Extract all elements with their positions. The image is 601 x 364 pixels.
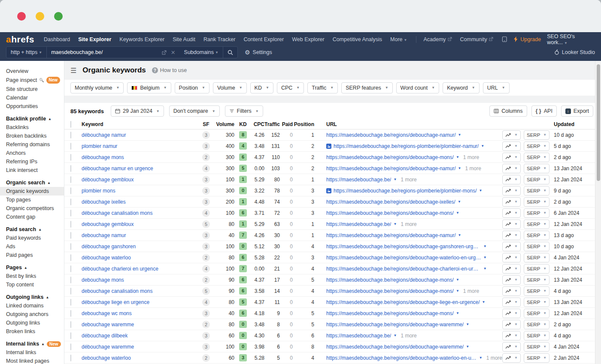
row-checkbox[interactable] (70, 321, 71, 328)
url-link[interactable]: https://maesdebouchage.be/regions/debouc… (326, 299, 480, 305)
url-link[interactable]: https://maesdebouchage.be/regions/debouc… (326, 310, 454, 316)
column-header-paid[interactable]: Paid (280, 121, 293, 127)
url-link[interactable]: https://maesdebouchage.be/regions/debouc… (326, 199, 455, 205)
filter-serp-features[interactable]: SERP features▼ (341, 82, 392, 93)
url-link[interactable]: https://maesdebouchage.be/regions/debouc… (326, 277, 454, 283)
vertical-scrollbar[interactable] (595, 61, 601, 364)
chevron-down-icon[interactable]: ▼ (481, 144, 484, 148)
sidebar-item-opportunities[interactable]: Opportunities (0, 102, 64, 111)
scope-dropdown[interactable]: Subdomains▼ (180, 47, 223, 58)
sidebar-item-site-structure[interactable]: Site structure (0, 85, 64, 93)
api-button[interactable]: { } API (531, 105, 557, 117)
url-link[interactable]: https://maesdebouchage.be/ (326, 221, 391, 227)
url-link[interactable]: https://maesdebouchage.be/regions/debouc… (326, 288, 454, 294)
looker-studio-button[interactable]: Looker Studio (554, 49, 595, 55)
serp-button[interactable]: SERP▼ (524, 153, 549, 162)
open-url-icon[interactable] (162, 50, 167, 55)
filter-kd[interactable]: KD▼ (250, 82, 273, 93)
column-header-updated[interactable]: Updated (554, 121, 593, 127)
position-history-button[interactable]: ▼ (502, 208, 521, 218)
sidebar-section-paid-search[interactable]: Paid search▲ (0, 221, 64, 234)
more-urls-link[interactable]: 1 more (401, 177, 416, 183)
url-link[interactable]: https://maesdebouchage.be/ (326, 333, 391, 339)
sidebar-section-backlink-profile[interactable]: Backlink profile▲ (0, 111, 64, 123)
url-link[interactable]: https://maesdebouchage.be/regions/debouc… (326, 132, 456, 138)
chevron-down-icon[interactable]: ▼ (393, 334, 397, 337)
sidebar-item-referring-domains[interactable]: Referring domains (0, 140, 64, 149)
row-checkbox[interactable] (70, 165, 71, 172)
filter-url[interactable]: URL▼ (483, 82, 510, 93)
chevron-down-icon[interactable]: ▼ (456, 278, 459, 282)
more-urls-link[interactable]: 1 more (401, 333, 416, 339)
url-link[interactable]: https://maesdebouchage.be/regions/debouc… (326, 344, 464, 350)
row-checkbox[interactable] (70, 232, 71, 239)
keyword-link[interactable]: débouchage gembloux (82, 177, 197, 183)
protocol-dropdown[interactable]: http + https▼ (6, 47, 46, 58)
how-to-use-link[interactable]: ? How to use (152, 67, 187, 73)
position-history-button[interactable]: ▼ (502, 164, 521, 173)
row-checkbox[interactable] (70, 355, 71, 361)
keyword-link[interactable]: debouchage canalisation mons (82, 288, 197, 294)
row-checkbox[interactable] (70, 199, 71, 205)
sidebar-item-most-linked-pages[interactable]: Most linked pages (0, 357, 64, 364)
nav-item-web-explorer[interactable]: Web Explorer (292, 36, 325, 42)
position-history-button[interactable]: ▼ (502, 309, 521, 318)
sidebar-item-content-gap[interactable]: Content gap (0, 213, 64, 221)
keyword-link[interactable]: débouchage ixelles (82, 199, 197, 205)
keyword-link[interactable]: débouchage dilbeek (82, 333, 197, 339)
row-checkbox[interactable] (70, 332, 71, 339)
row-checkbox[interactable] (70, 210, 71, 217)
chevron-down-icon[interactable]: ▼ (479, 189, 483, 193)
url-link[interactable]: https://maesdebouchage.be/regions-plombe… (334, 143, 479, 149)
nav-item-content-explorer[interactable]: Content Explorer (243, 36, 284, 42)
keyword-link[interactable]: débouchage mons (82, 154, 197, 160)
position-history-button[interactable]: ▼ (502, 186, 521, 196)
row-checkbox[interactable] (70, 221, 71, 228)
column-header-kd[interactable]: KD (234, 121, 252, 127)
serp-button[interactable]: SERP▼ (524, 197, 549, 207)
filter-traffic[interactable]: Traffic▼ (307, 82, 338, 93)
url-link[interactable]: https://maesdebouchage.be/regions-plombe… (334, 188, 477, 194)
sidebar-item-linked-domains[interactable]: Linked domains (0, 301, 64, 310)
serp-button[interactable]: SERP▼ (524, 186, 549, 196)
position-history-button[interactable]: ▼ (502, 253, 521, 262)
nav-item-rank-tracker[interactable]: Rank Tracker (203, 36, 235, 42)
position-history-button[interactable]: ▼ (502, 320, 521, 329)
column-header-position[interactable]: Position (293, 121, 314, 127)
more-urls-link[interactable]: 1 more (463, 154, 479, 160)
sidebar-item-overview[interactable]: Overview (0, 67, 64, 75)
position-history-button[interactable]: ▼ (502, 331, 521, 340)
position-history-button[interactable]: ▼ (502, 298, 521, 307)
position-history-button[interactable]: ▼ (502, 242, 521, 251)
url-link[interactable]: https://maesdebouchage.be/regions/debouc… (326, 165, 456, 171)
export-button[interactable]: ↓ Export (561, 105, 593, 117)
keyword-link[interactable]: debouchage namur (82, 232, 197, 238)
chevron-down-icon[interactable]: ▼ (483, 256, 487, 259)
chevron-down-icon[interactable]: ▼ (483, 244, 487, 248)
sidebar-item-page-inspect[interactable]: Page inspect🔍New (0, 75, 64, 85)
ahrefs-logo[interactable]: ahrefs (6, 34, 34, 45)
search-button[interactable] (223, 47, 237, 58)
settings-button[interactable]: ⚙Settings (245, 49, 272, 56)
position-history-button[interactable]: ▼ (502, 175, 521, 184)
nav-item-competitive-analysis[interactable]: Competitive Analysis (333, 36, 382, 42)
keyword-link[interactable]: débouchage charleroi en urgence (82, 266, 197, 272)
keyword-link[interactable]: débouchage waterloo (82, 255, 197, 261)
chevron-down-icon[interactable]: ▼ (466, 345, 469, 349)
more-urls-link[interactable]: 1 more (463, 288, 479, 294)
nav-item-dashboard[interactable]: Dashboard (44, 36, 70, 42)
serp-button[interactable]: SERP▼ (524, 242, 549, 251)
keyword-link[interactable]: plombier namur (82, 143, 197, 149)
sidebar-item-link-intersect[interactable]: Link intersect (0, 166, 64, 174)
column-header-traffic[interactable]: Traffic (264, 121, 280, 127)
keyword-link[interactable]: plombier mons (82, 188, 197, 194)
row-checkbox[interactable] (70, 265, 71, 272)
position-history-button[interactable]: ▼ (502, 342, 521, 352)
chevron-down-icon[interactable]: ▼ (456, 289, 459, 293)
filter-volume[interactable]: Volume▼ (213, 82, 247, 93)
column-header-keyword[interactable]: Keyword (82, 121, 197, 127)
sidebar-item-calendar[interactable]: Calendar (0, 93, 64, 102)
more-urls-link[interactable]: 1 more (401, 221, 416, 227)
keyword-link[interactable]: débouchage canalisation mons (82, 210, 197, 216)
row-checkbox[interactable] (70, 277, 71, 283)
